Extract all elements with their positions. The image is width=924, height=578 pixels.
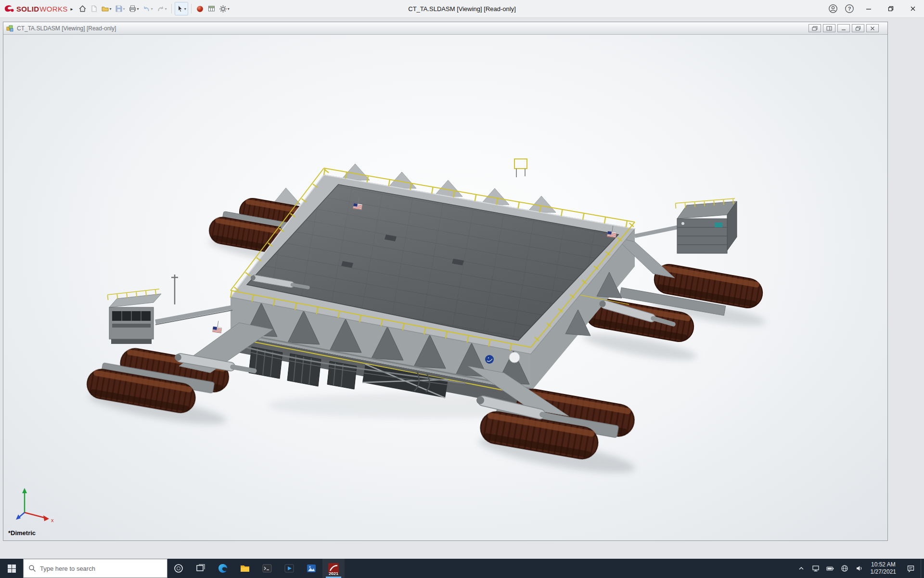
file-explorer-icon <box>239 563 251 574</box>
restore-icon <box>887 5 894 12</box>
windows-logo-icon <box>8 565 16 573</box>
minimize-button[interactable] <box>858 0 880 17</box>
window-title: CT_TA.SLDASM [Viewing] [Read-only] <box>408 5 516 13</box>
triad-x-axis: x <box>25 512 54 523</box>
doc-close-icon <box>870 26 875 31</box>
show-desktop-button[interactable] <box>921 559 924 578</box>
save-icon <box>115 5 123 13</box>
taskbar-clock[interactable]: 10:52 AM 1/27/2021 <box>866 559 900 578</box>
volume-button[interactable] <box>852 559 866 578</box>
globe-icon <box>841 565 848 572</box>
media-player-button[interactable] <box>278 559 300 578</box>
solidworks-taskbar-button[interactable]: 2021 <box>322 559 345 578</box>
cortana-button[interactable] <box>167 559 190 578</box>
orientation-triad[interactable]: x <box>12 484 58 523</box>
menu-flyout-arrow[interactable]: ▸ <box>70 6 77 12</box>
volume-icon <box>855 565 863 572</box>
open-dropdown-arrow[interactable]: ▾ <box>110 7 112 11</box>
undo-icon <box>142 5 151 13</box>
undo-button[interactable]: ▾ <box>141 2 154 15</box>
close-icon <box>910 5 916 12</box>
save-button[interactable]: ▾ <box>114 2 127 15</box>
options-dropdown-arrow[interactable]: ▾ <box>228 7 230 11</box>
task-view-button[interactable] <box>190 559 212 578</box>
document-titlebar[interactable]: CT_TA.SLDASM [Viewing] [Read-only] <box>3 22 887 35</box>
account-button[interactable] <box>825 0 841 17</box>
solidworks-brand: SOLID WORKS <box>4 4 70 13</box>
task-view-icon <box>195 563 206 574</box>
search-input[interactable] <box>40 565 162 572</box>
photos-button[interactable] <box>300 559 322 578</box>
edge-button[interactable] <box>212 559 234 578</box>
redo-button[interactable]: ▾ <box>155 2 168 15</box>
document-title: CT_TA.SLDASM [Viewing] [Read-only] <box>17 25 116 32</box>
print-button[interactable]: ▾ <box>127 2 141 15</box>
battery-button[interactable] <box>823 559 837 578</box>
open-folder-icon <box>101 5 109 13</box>
undo-dropdown-arrow[interactable]: ▾ <box>151 7 153 11</box>
home-button[interactable] <box>77 2 88 15</box>
network-button[interactable] <box>808 559 823 578</box>
options-button[interactable]: ▾ <box>218 2 231 15</box>
table-icon <box>207 5 216 13</box>
crawler-transporter-model[interactable] <box>3 35 887 540</box>
close-button[interactable] <box>902 0 924 17</box>
titlebar-controls: ? <box>825 0 924 17</box>
hidden-icons-button[interactable] <box>794 559 808 578</box>
start-button[interactable] <box>0 559 23 578</box>
workspace: CT_TA.SLDASM [Viewing] [Read-only] <box>0 18 924 559</box>
select-cursor-icon <box>177 5 184 13</box>
doc-restore-icon <box>855 26 861 31</box>
clock-date: 1/27/2021 <box>871 568 896 576</box>
doc-minimize-button[interactable] <box>837 24 850 32</box>
windows-taskbar: 2021 <box>0 559 924 578</box>
toolbar-separator <box>171 4 172 13</box>
cab-front-left <box>107 289 232 344</box>
brand-text-works: WORKS <box>39 5 67 13</box>
new-document-button[interactable] <box>89 2 99 15</box>
quick-access-toolbar: ▾ ▾ ▾ <box>77 2 231 15</box>
rear-mast <box>514 159 527 177</box>
cortana-icon <box>173 563 184 574</box>
clock-time: 10:52 AM <box>871 561 896 568</box>
select-tool-button[interactable]: ▾ <box>175 2 188 15</box>
taskbar-search[interactable] <box>23 559 167 578</box>
help-question-glyph: ? <box>848 6 851 12</box>
file-explorer-button[interactable] <box>234 559 256 578</box>
redo-dropdown-arrow[interactable]: ▾ <box>165 7 167 11</box>
cab-rear-right <box>635 198 737 253</box>
home-icon <box>78 5 87 13</box>
action-center-button[interactable] <box>900 559 921 578</box>
split-window-icon <box>826 26 832 31</box>
search-icon <box>28 565 36 572</box>
solidworks-window: SOLID WORKS ▸ ▾ <box>0 0 924 578</box>
doc-cascade-button[interactable] <box>808 24 821 32</box>
console-icon <box>261 563 273 574</box>
open-button[interactable]: ▾ <box>100 2 113 15</box>
maximize-button[interactable] <box>880 0 902 17</box>
app-titlebar: SOLID WORKS ▸ ▾ <box>0 0 924 18</box>
internet-access-button[interactable] <box>837 559 852 578</box>
select-dropdown-arrow[interactable]: ▾ <box>184 7 186 11</box>
appearances-button[interactable] <box>194 2 205 15</box>
minimize-icon <box>865 5 872 12</box>
appearance-sphere-icon <box>196 5 204 13</box>
help-icon: ? <box>845 4 854 13</box>
view-orientation-label: *Dimetric <box>8 529 36 537</box>
doc-split-button[interactable] <box>823 24 835 32</box>
battery-icon <box>826 565 834 572</box>
media-player-icon <box>283 563 295 574</box>
graphics-viewport[interactable]: x *Dimetric <box>3 35 887 540</box>
print-dropdown-arrow[interactable]: ▾ <box>137 7 139 11</box>
gear-icon <box>219 5 227 13</box>
help-button[interactable]: ? <box>841 0 858 17</box>
save-dropdown-arrow[interactable]: ▾ <box>123 7 125 11</box>
dassault-systemes-logo-icon <box>4 4 14 13</box>
console-button[interactable] <box>256 559 278 578</box>
triad-z-axis <box>16 512 25 520</box>
doc-restore-button[interactable] <box>852 24 864 32</box>
design-table-button[interactable] <box>206 2 217 15</box>
system-tray: 10:52 AM 1/27/2021 <box>794 559 924 578</box>
network-icon <box>812 565 820 572</box>
doc-close-button[interactable] <box>866 24 879 32</box>
